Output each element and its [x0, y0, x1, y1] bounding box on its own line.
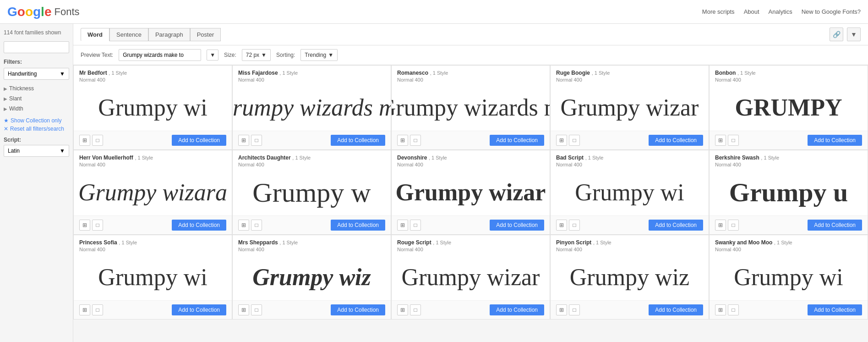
font-styles: , 1 Style [279, 70, 298, 76]
preview-size-button[interactable]: □ [569, 220, 580, 231]
preview-size-button[interactable]: □ [728, 220, 739, 231]
font-icon-buttons: ⊞ □ [238, 304, 262, 315]
preview-size-button[interactable]: □ [728, 135, 739, 146]
preview-dropdown-arrow[interactable]: ▼ [207, 50, 218, 61]
preview-size-button[interactable]: □ [92, 304, 103, 315]
tab-poster[interactable]: Poster [190, 28, 221, 41]
add-to-collection-button[interactable]: Add to Collection [490, 135, 544, 146]
sorting-dropdown[interactable]: Trending ▼ [300, 49, 338, 61]
font-card-header: Bad Script , 1 Style Normal 400 [551, 150, 709, 170]
expand-font-button[interactable]: ⊞ [238, 304, 249, 315]
font-icon-buttons: ⊞ □ [238, 135, 262, 146]
preview-text-label: Preview Text: [81, 52, 113, 58]
expand-font-button[interactable]: ⊞ [715, 220, 726, 231]
reset-filters-button[interactable]: ✕ Reset all filters/search [4, 126, 69, 132]
expand-font-button[interactable]: ⊞ [556, 220, 567, 231]
more-scripts-link[interactable]: More scripts [702, 8, 735, 15]
width-filter[interactable]: ▶ Width [4, 104, 69, 114]
preview-text-input[interactable] [119, 49, 201, 61]
add-to-collection-button[interactable]: Add to Collection [808, 220, 862, 231]
font-preview-text: Grumpy wiz [252, 265, 371, 289]
font-name: Ruge Boogie [556, 70, 590, 76]
preview-size-button[interactable]: □ [410, 304, 421, 315]
script-dropdown[interactable]: Latin ▼ [4, 145, 69, 157]
font-icon-buttons: ⊞ □ [556, 304, 580, 315]
preview-size-button[interactable]: □ [728, 304, 739, 315]
chevron-down-icon: ▼ [60, 148, 65, 154]
expand-font-button[interactable]: ⊞ [238, 135, 249, 146]
add-to-collection-button[interactable]: Add to Collection [172, 220, 226, 231]
add-to-collection-button[interactable]: Add to Collection [490, 220, 544, 231]
add-to-collection-button[interactable]: Add to Collection [649, 220, 703, 231]
add-to-collection-button[interactable]: Add to Collection [490, 304, 544, 315]
link-icon[interactable]: 🔗 [830, 28, 843, 41]
font-weight: Normal 400 [79, 162, 105, 167]
font-card-header: Architects Daughter , 1 Style Normal 400 [233, 150, 391, 170]
font-icon-buttons: ⊞ □ [79, 135, 103, 146]
expand-font-button[interactable]: ⊞ [397, 220, 408, 231]
expand-font-button[interactable]: ⊞ [238, 220, 249, 231]
search-input[interactable] [4, 41, 69, 53]
new-to-google-link[interactable]: New to Google Fonts? [802, 8, 861, 15]
font-card-footer: ⊞ □ Add to Collection [74, 215, 232, 234]
font-card-header: Ruge Boogie , 1 Style Normal 400 [551, 66, 709, 85]
font-weight: Normal 400 [715, 77, 741, 83]
font-card: Rouge Script , 1 Style Normal 400 Grumpy… [391, 235, 550, 320]
slant-filter[interactable]: ▶ Slant [4, 94, 69, 104]
font-preview-text: Grumpy wi [575, 181, 684, 204]
analytics-link[interactable]: Analytics [769, 8, 792, 15]
preview-size-button[interactable]: □ [92, 135, 103, 146]
add-to-collection-button[interactable]: Add to Collection [331, 135, 385, 146]
expand-font-button[interactable]: ⊞ [715, 135, 726, 146]
font-weight: Normal 400 [556, 77, 582, 83]
expand-font-button[interactable]: ⊞ [79, 135, 90, 146]
expand-font-button[interactable]: ⊞ [397, 135, 408, 146]
chevron-down-icon: ▼ [328, 52, 333, 58]
about-link[interactable]: About [744, 8, 759, 15]
preview-size-button[interactable]: □ [251, 304, 262, 315]
font-card: Mr Bedfort , 1 Style Normal 400 Grumpy w… [73, 65, 232, 150]
expand-font-button[interactable]: ⊞ [79, 220, 90, 231]
expand-font-button[interactable]: ⊞ [715, 304, 726, 315]
font-icon-buttons: ⊞ □ [79, 304, 103, 315]
add-to-collection-button[interactable]: Add to Collection [649, 135, 703, 146]
font-preview-text: Grumpy wizara [78, 181, 227, 204]
font-preview: Grumpy wizar [392, 254, 550, 300]
font-preview: Grumpy u [710, 170, 868, 215]
category-dropdown[interactable]: Handwriting ▼ [4, 68, 69, 80]
font-icon-buttons: ⊞ □ [397, 135, 421, 146]
show-collection-button[interactable]: ★ Show Collection only [4, 117, 69, 124]
preview-size-button[interactable]: □ [569, 304, 580, 315]
tab-sentence[interactable]: Sentence [109, 28, 148, 41]
add-to-collection-button[interactable]: Add to Collection [649, 304, 703, 315]
expand-font-button[interactable]: ⊞ [556, 135, 567, 146]
preview-size-button[interactable]: □ [92, 220, 103, 231]
tab-paragraph[interactable]: Paragraph [148, 28, 190, 41]
add-to-collection-button[interactable]: Add to Collection [331, 304, 385, 315]
font-preview-text: Grumpy u [729, 179, 848, 206]
preview-size-button[interactable]: □ [251, 220, 262, 231]
add-to-collection-button[interactable]: Add to Collection [808, 304, 862, 315]
font-card-header: Miss Fajardose , 1 Style Normal 400 [233, 66, 391, 85]
expand-font-button[interactable]: ⊞ [79, 304, 90, 315]
expand-font-button[interactable]: ⊞ [397, 304, 408, 315]
thickness-filter[interactable]: ▶ Thickness [4, 83, 69, 94]
expand-icon[interactable]: ▼ [847, 28, 861, 41]
expand-font-button[interactable]: ⊞ [556, 304, 567, 315]
preview-size-button[interactable]: □ [410, 220, 421, 231]
preview-size-button[interactable]: □ [251, 135, 262, 146]
preview-size-button[interactable]: □ [410, 135, 421, 146]
font-styles: , 1 Style [433, 240, 451, 245]
add-to-collection-button[interactable]: Add to Collection [331, 220, 385, 231]
font-card: Architects Daughter , 1 Style Normal 400… [232, 150, 391, 235]
add-to-collection-button[interactable]: Add to Collection [808, 135, 862, 146]
fonts-logo-text: Fonts [54, 6, 79, 18]
add-to-collection-button[interactable]: Add to Collection [172, 135, 226, 146]
size-dropdown[interactable]: 72 px ▼ [242, 49, 271, 61]
tab-word[interactable]: Word [81, 28, 109, 41]
font-preview: Grumpy wi [551, 170, 709, 215]
font-weight: Normal 400 [397, 77, 423, 83]
preview-size-button[interactable]: □ [569, 135, 580, 146]
add-to-collection-button[interactable]: Add to Collection [172, 304, 226, 315]
font-styles: , 1 Style [774, 240, 792, 245]
